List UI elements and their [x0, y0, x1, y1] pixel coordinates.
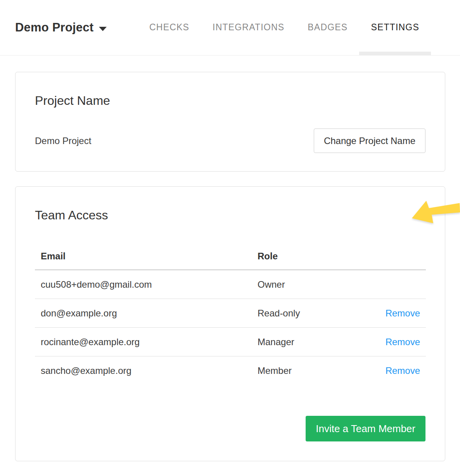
- member-role: Read-only: [258, 299, 370, 328]
- member-email: don@example.org: [35, 299, 258, 328]
- project-title: Demo Project: [15, 21, 93, 35]
- tab-integrations[interactable]: INTEGRATIONS: [201, 0, 296, 56]
- member-actions-cell: Remove: [370, 328, 426, 356]
- tab-settings[interactable]: SETTINGS: [359, 0, 431, 56]
- team-member-row: don@example.org Read-only Remove: [35, 299, 426, 328]
- team-member-row: cuu508+demo@gmail.com Owner: [35, 270, 426, 299]
- nav-tabs: CHECKS INTEGRATIONS BADGES SETTINGS: [138, 0, 431, 56]
- team-access-card-title: Team Access: [35, 208, 425, 222]
- table-header-row: Email Role: [35, 245, 426, 270]
- page: Demo Project CHECKS INTEGRATIONS BADGES …: [0, 0, 460, 476]
- member-email: sancho@example.org: [35, 356, 258, 385]
- role-column-header: Role: [258, 245, 370, 270]
- team-member-row: sancho@example.org Member Remove: [35, 356, 426, 385]
- invite-row: Invite a Team Member: [35, 416, 425, 441]
- change-project-name-button[interactable]: Change Project Name: [314, 129, 425, 153]
- settings-content: Project Name Demo Project Change Project…: [0, 72, 460, 461]
- email-column-header: Email: [35, 245, 258, 270]
- team-access-card: Team Access Email Role cuu508+demo@gmail…: [15, 186, 445, 461]
- member-actions-cell: Remove: [370, 356, 426, 385]
- team-members-table: Email Role cuu508+demo@gmail.com Owner d…: [35, 245, 426, 385]
- member-role: Member: [258, 356, 370, 385]
- member-email: cuu508+demo@gmail.com: [35, 270, 258, 299]
- tab-badges[interactable]: BADGES: [296, 0, 359, 56]
- team-table-body: cuu508+demo@gmail.com Owner don@example.…: [35, 270, 426, 385]
- member-actions-cell: [370, 270, 426, 299]
- remove-member-link[interactable]: Remove: [386, 365, 420, 376]
- member-role: Owner: [258, 270, 370, 299]
- remove-member-link[interactable]: Remove: [386, 337, 420, 347]
- top-nav: Demo Project CHECKS INTEGRATIONS BADGES …: [0, 0, 460, 56]
- project-name-row: Demo Project Change Project Name: [35, 129, 425, 153]
- invite-team-member-button[interactable]: Invite a Team Member: [306, 416, 425, 441]
- team-member-row: rocinante@example.org Manager Remove: [35, 328, 426, 356]
- member-actions-cell: Remove: [370, 299, 426, 328]
- tab-checks[interactable]: CHECKS: [138, 0, 201, 56]
- project-switcher[interactable]: Demo Project: [15, 21, 107, 35]
- current-project-name: Demo Project: [35, 136, 91, 146]
- member-role: Manager: [258, 328, 370, 356]
- remove-member-link[interactable]: Remove: [386, 308, 420, 318]
- member-email: rocinante@example.org: [35, 328, 258, 356]
- project-name-card: Project Name Demo Project Change Project…: [15, 72, 445, 172]
- actions-column-header: [370, 245, 426, 270]
- project-name-card-title: Project Name: [35, 94, 425, 108]
- chevron-down-icon: [99, 27, 107, 31]
